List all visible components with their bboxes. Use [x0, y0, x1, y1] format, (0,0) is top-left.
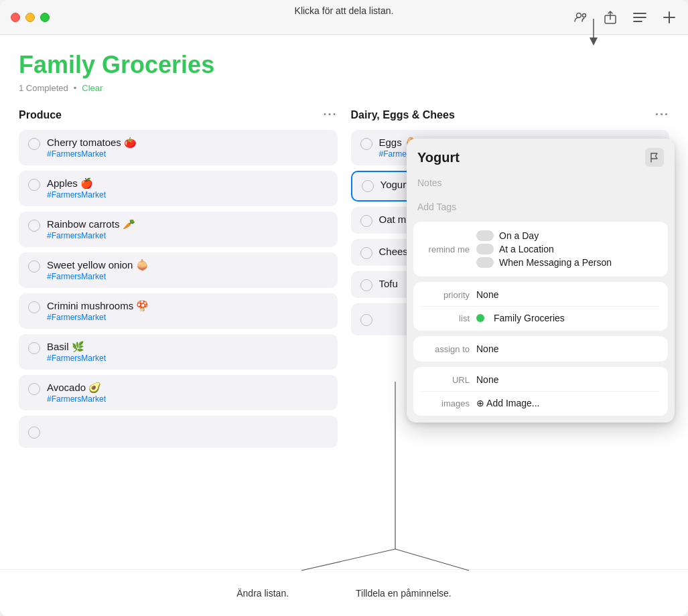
dairy-column-title: Dairy, Eggs & Chees [351, 109, 455, 121]
remind-option-messaging[interactable]: When Messaging a Person [476, 257, 660, 268]
item-content: Basil 🌿 #FarmersMarket [47, 341, 328, 363]
item-content: Avocado 🥑 #FarmersMarket [47, 382, 328, 404]
add-image-button[interactable]: ⊕ Add Image... [476, 398, 540, 408]
assign-label: assign to [421, 344, 470, 354]
flag-button[interactable] [645, 148, 664, 167]
add-icon[interactable] [661, 9, 677, 25]
toolbar-icons [573, 9, 677, 25]
produce-column-title: Produce [19, 109, 62, 121]
item-content: Rainbow carrots 🥕 #FarmersMarket [47, 218, 328, 240]
priority-value: None [476, 289, 498, 300]
tags-field[interactable]: Add Tags [417, 199, 664, 218]
item-tag: #FarmersMarket [47, 149, 328, 159]
detail-panel: Yogurt Notes Add Tags remind me [407, 139, 675, 422]
item-checkbox[interactable] [360, 247, 372, 259]
remind-option-location[interactable]: At a Location [476, 244, 660, 254]
list-value: Family Groceries [494, 313, 565, 323]
item-content: Crimini mushrooms 🍄 #FarmersMarket [47, 300, 328, 322]
priority-label: priority [421, 290, 470, 300]
add-item-placeholder[interactable] [19, 416, 338, 448]
item-checkbox [28, 427, 40, 439]
item-name: Sweet yellow onion 🧅 [47, 259, 328, 271]
item-checkbox[interactable] [28, 260, 40, 273]
at-location-toggle[interactable] [476, 244, 494, 254]
notes-section: Notes [407, 171, 675, 195]
svg-point-5 [583, 13, 586, 17]
clear-button[interactable]: Clear [82, 83, 102, 93]
on-a-day-label: On a Day [499, 230, 539, 241]
url-value: None [476, 374, 498, 385]
item-checkbox[interactable] [28, 383, 40, 395]
traffic-lights [11, 13, 50, 22]
assign-section: assign to None [413, 336, 668, 362]
produce-column: Produce ··· Cherry tomatoes 🍅 #FarmersMa… [19, 108, 338, 453]
item-tag: #FarmersMarket [47, 190, 328, 200]
list-item[interactable]: Crimini mushrooms 🍄 #FarmersMarket [19, 293, 338, 329]
produce-column-header: Produce ··· [19, 108, 338, 122]
page-title: Family Groceries [19, 51, 669, 79]
item-name: Crimini mushrooms 🍄 [47, 300, 328, 312]
item-tag: #FarmersMarket [47, 394, 328, 404]
url-section: URL None images ⊕ Add Image... [413, 367, 668, 416]
item-checkbox[interactable] [28, 342, 40, 354]
notes-field[interactable]: Notes [417, 175, 664, 191]
share-people-icon[interactable] [573, 9, 589, 25]
list-icon[interactable] [632, 9, 648, 25]
list-item[interactable]: Avocado 🥑 #FarmersMarket [19, 375, 338, 410]
completed-bar: 1 Completed • Clear [19, 83, 669, 93]
list-item[interactable]: Rainbow carrots 🥕 #FarmersMarket [19, 212, 338, 247]
item-content: Cherry tomatoes 🍅 #FarmersMarket [47, 137, 328, 159]
bottom-right-annotation: Tilldela en påminnelse. [356, 588, 452, 599]
item-tag: #FarmersMarket [47, 231, 328, 240]
item-checkbox[interactable] [28, 301, 40, 313]
fullscreen-button[interactable] [40, 13, 50, 22]
app-window: Family Groceries 1 Completed • Clear Pro… [0, 0, 688, 616]
list-item[interactable]: Cherry tomatoes 🍅 #FarmersMarket [19, 130, 338, 165]
list-color-dot [476, 314, 484, 322]
list-item[interactable]: Basil 🌿 #FarmersMarket [19, 334, 338, 370]
close-button[interactable] [11, 13, 20, 22]
detail-panel-header: Yogurt [407, 139, 675, 171]
on-a-day-toggle[interactable] [476, 230, 494, 241]
separator: • [74, 83, 77, 93]
when-messaging-toggle[interactable] [476, 257, 494, 268]
priority-row[interactable]: priority None [421, 283, 660, 307]
bottom-left-annotation: Ändra listan. [236, 588, 289, 599]
images-row[interactable]: images ⊕ Add Image... [421, 392, 660, 414]
item-tag: #FarmersMarket [47, 272, 328, 281]
remind-label: remind me [421, 244, 470, 254]
item-content: Apples 🍎 #FarmersMarket [47, 177, 328, 200]
produce-column-menu-icon[interactable]: ··· [323, 108, 337, 122]
minimize-button[interactable] [25, 13, 35, 22]
item-checkbox[interactable] [360, 138, 372, 150]
completed-text: 1 Completed [19, 83, 68, 93]
detail-panel-title: Yogurt [417, 150, 460, 165]
item-name: Rainbow carrots 🥕 [47, 218, 328, 230]
item-name: Avocado 🥑 [47, 382, 328, 394]
item-tag: #FarmersMarket [47, 313, 328, 322]
item-checkbox[interactable] [28, 220, 40, 232]
item-checkbox[interactable] [28, 138, 40, 150]
list-row[interactable]: list Family Groceries [421, 307, 660, 329]
main-content: Family Groceries 1 Completed • Clear Pro… [0, 35, 688, 569]
item-checkbox[interactable] [28, 179, 40, 191]
item-checkbox[interactable] [362, 180, 374, 192]
item-name: Basil 🌿 [47, 341, 328, 353]
list-item[interactable]: Sweet yellow onion 🧅 #FarmersMarket [19, 252, 338, 288]
share-icon[interactable] [602, 9, 618, 25]
item-checkbox [360, 314, 372, 326]
assign-value: None [476, 343, 498, 354]
remind-option-day[interactable]: On a Day [476, 230, 660, 241]
item-content: Sweet yellow onion 🧅 #FarmersMarket [47, 259, 328, 281]
remind-section: remind me On a Day At a Location When [413, 222, 668, 277]
remind-options: On a Day At a Location When Messaging a … [476, 230, 660, 268]
url-label: URL [421, 375, 470, 385]
item-checkbox[interactable] [360, 279, 372, 291]
titlebar [0, 0, 688, 35]
list-item[interactable]: Apples 🍎 #FarmersMarket [19, 171, 338, 206]
assign-row[interactable]: assign to None [421, 337, 660, 360]
item-name: Apples 🍎 [47, 177, 328, 189]
dairy-column-menu-icon[interactable]: ··· [655, 108, 669, 122]
item-checkbox[interactable] [360, 215, 372, 227]
url-row[interactable]: URL None [421, 368, 660, 392]
